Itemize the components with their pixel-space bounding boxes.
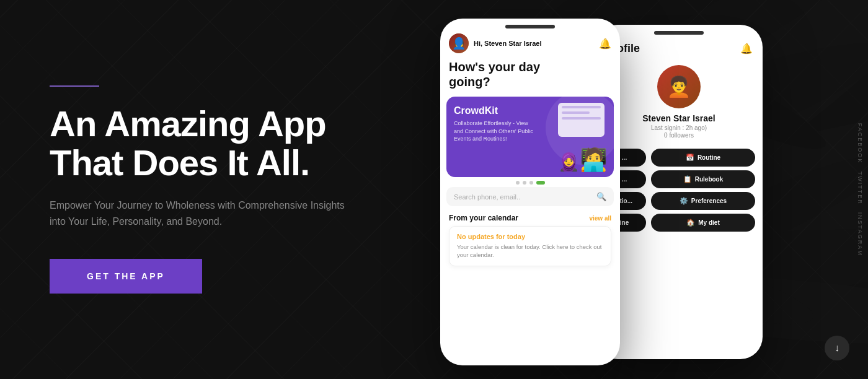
profile-avatar: 🧑‍🦱 — [657, 65, 701, 108]
view-all-link[interactable]: view all — [589, 215, 611, 222]
screen-graphic — [558, 103, 604, 137]
mydiet-button[interactable]: 🏠 My diet — [651, 214, 755, 232]
phones-section: 🧑 Hi, Steven Star Israel 🔔 How's your da… — [422, 0, 868, 379]
instagram-link[interactable]: INSTAGRAM — [857, 212, 863, 256]
dot-4-active[interactable] — [536, 181, 545, 185]
phone-profile: Profile 🔔 🧑‍🦱 Steven Star Israel Last si… — [595, 25, 763, 359]
no-updates-title: No updates for today — [457, 233, 603, 240]
get-app-button[interactable]: GET THE APP — [50, 259, 202, 294]
bell-icon[interactable]: 🔔 — [599, 38, 611, 50]
phone-home: 🧑 Hi, Steven Star Israel 🔔 How's your da… — [440, 19, 620, 365]
accent-line — [50, 85, 99, 87]
profile-followers: 0 followers — [664, 132, 694, 139]
avatar: 🧑 — [449, 33, 469, 53]
dot-2[interactable] — [523, 181, 526, 185]
down-arrow-icon: ↓ — [835, 342, 839, 354]
main-heading: An Amazing App That Does It All. — [50, 104, 372, 183]
day-greeting: How's your day going? — [440, 56, 620, 94]
dot-1[interactable] — [516, 181, 520, 185]
search-bar[interactable]: Search phone, email.. 🔍 — [446, 187, 614, 206]
twitter-link[interactable]: TWITTER — [857, 171, 863, 204]
user-row: 🧑 Hi, Steven Star Israel — [449, 33, 541, 53]
menu-row-3: atio... ⚙️ Preferences — [603, 192, 755, 210]
no-updates-desc: Your calendar is clean for today. Click … — [457, 243, 603, 259]
calendar-title: From your calendar — [449, 214, 518, 222]
mydiet-icon: 🏠 — [686, 219, 695, 227]
content-wrapper: An Amazing App That Does It All. Empower… — [0, 0, 868, 379]
no-updates-card[interactable]: No updates for today Your calendar is cl… — [449, 226, 611, 266]
rulebook-icon: 📋 — [683, 175, 692, 183]
profile-header: Profile 🔔 — [595, 35, 763, 60]
banner-title: CrowdKit — [454, 105, 606, 116]
profile-name: Steven Star Israel — [642, 113, 715, 123]
social-sidebar: FACEBOOK TWITTER INSTAGRAM — [857, 123, 863, 256]
menu-row-4: ine 🏠 My diet — [603, 214, 755, 232]
screen-line — [562, 106, 601, 108]
routine-button[interactable]: 📅 Routine — [651, 149, 755, 167]
greeting-text: Hi, Steven Star Israel — [474, 40, 541, 47]
dot-3[interactable] — [529, 181, 533, 185]
banner-desc: Collaborate Effortlessly - View and Conn… — [454, 120, 534, 143]
banner-illustration: 🧕 🧑‍💻 — [546, 100, 611, 171]
calendar-section: From your calendar view all No updates f… — [440, 209, 620, 269]
screen-line2 — [562, 117, 601, 120]
profile-bell-icon[interactable]: 🔔 — [740, 43, 753, 54]
calendar-header: From your calendar view all — [449, 214, 611, 222]
preferences-button[interactable]: ⚙️ Preferences — [651, 192, 755, 210]
search-placeholder: Search phone, email.. — [454, 193, 520, 201]
crowdkit-banner[interactable]: CrowdKit Collaborate Effortlessly - View… — [446, 97, 614, 177]
profile-menu: ... 📅 Routine ... 📋 Rulebook — [595, 146, 763, 234]
scroll-down-button[interactable]: ↓ — [825, 336, 849, 360]
menu-row-2: ... 📋 Rulebook — [603, 170, 755, 188]
phone-header: 🧑 Hi, Steven Star Israel 🔔 — [440, 28, 620, 56]
menu-row-1: ... 📅 Routine — [603, 149, 755, 167]
left-section: An Amazing App That Does It All. Empower… — [0, 48, 422, 331]
sub-heading: Empower Your Journey to Wholeness with C… — [50, 198, 347, 229]
carousel-dots — [440, 181, 620, 185]
search-icon[interactable]: 🔍 — [596, 192, 606, 201]
screen-line-short — [562, 111, 590, 114]
profile-avatar-area: 🧑‍🦱 Steven Star Israel Last signin : 2h … — [595, 60, 763, 146]
routine-icon: 📅 — [686, 154, 694, 162]
rulebook-button[interactable]: 📋 Rulebook — [651, 170, 755, 188]
figure-person: 🧑‍💻 — [580, 149, 608, 171]
facebook-link[interactable]: FACEBOOK — [857, 123, 863, 164]
profile-last-signin: Last signin : 2h ago) — [651, 124, 707, 131]
preferences-icon: ⚙️ — [680, 197, 688, 205]
figure-person2: 🧕 — [558, 154, 580, 171]
